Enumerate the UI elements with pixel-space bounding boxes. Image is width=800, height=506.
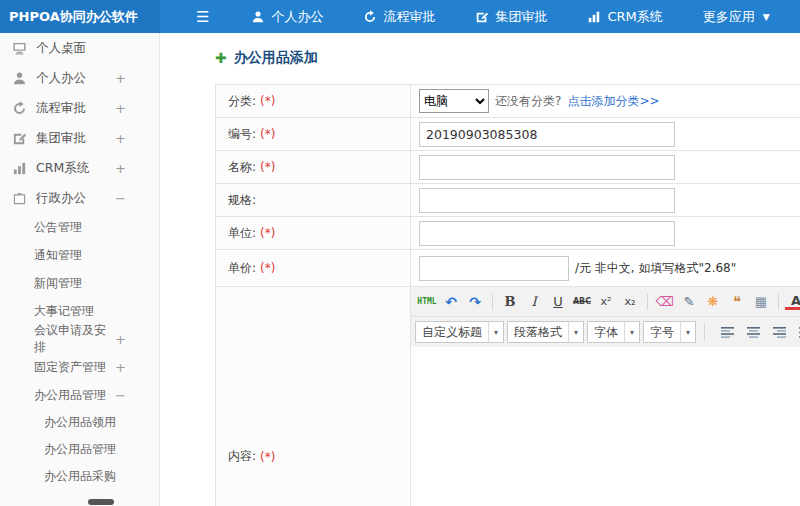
user-icon — [251, 10, 265, 24]
align-right-icon[interactable] — [768, 321, 790, 343]
nav-personal-office[interactable]: 个人办公 — [237, 0, 337, 33]
sidebar-item-label: 集团审批 — [36, 130, 86, 147]
caret-down-icon: ▼ — [763, 12, 770, 22]
nav-label: 流程审批 — [383, 8, 435, 26]
font-color-button[interactable]: A — [785, 294, 800, 310]
add-icon: ✚ — [215, 50, 227, 66]
html-source-button[interactable]: HTML — [416, 291, 438, 313]
horizontal-scrollbar-thumb[interactable] — [88, 499, 114, 505]
toolbar-separator — [778, 294, 779, 310]
sidebar-item-events-mgmt[interactable]: 大事记管理 — [0, 297, 159, 325]
expand-toggle[interactable]: + — [115, 161, 125, 176]
field-value — [411, 151, 800, 183]
field-label: 名称: (*) — [216, 151, 411, 183]
sidebar-item-fixed-assets[interactable]: 固定资产管理 + — [0, 353, 159, 381]
sidebar-item-label: 通知管理 — [34, 247, 82, 264]
sidebar-item-supplies-requisition[interactable]: 办公用品领用 — [0, 409, 159, 436]
align-left-icon[interactable] — [716, 321, 738, 343]
sidebar-item-supplies-manage[interactable]: 办公用品管理 — [0, 436, 159, 463]
bar-chart-icon — [587, 10, 601, 24]
font-size-select[interactable]: 字号 ▾ — [643, 321, 696, 343]
expand-toggle[interactable]: + — [115, 360, 125, 375]
sidebar-item-label: 会议申请及安排 — [34, 322, 115, 356]
editor-toolbar-row1: HTML ↶ ↷ B I U ABC x² x₂ ⌫ ✎ ❋ — [411, 287, 800, 317]
form-table: 分类: (*) 电脑 还没有分类? 点击添加分类>> 编号: (*) 名称 — [215, 84, 800, 506]
expand-toggle[interactable]: + — [115, 131, 125, 146]
collapse-toggle[interactable]: − — [115, 388, 125, 403]
nav-label: 个人办公 — [271, 8, 323, 26]
caret-down-icon: ▾ — [624, 322, 639, 342]
unit-input[interactable] — [419, 221, 675, 246]
nav-label: CRM系统 — [607, 8, 662, 26]
required-marker: (*) — [260, 160, 275, 174]
name-input[interactable] — [419, 155, 675, 180]
table-icon[interactable]: ▦ — [750, 291, 772, 313]
sidebar-item-desktop[interactable]: 个人桌面 — [0, 33, 159, 63]
required-marker: (*) — [260, 261, 275, 275]
sidebar-item-notice-mgmt[interactable]: 通知管理 — [0, 241, 159, 269]
sidebar-item-label: 固定资产管理 — [34, 359, 106, 376]
field-label: 规格: — [216, 184, 411, 216]
align-center-icon[interactable] — [742, 321, 764, 343]
sidebar-item-admin-office[interactable]: 行政办公 − — [0, 183, 159, 213]
remove-format-icon[interactable]: ⌫ — [654, 291, 676, 313]
label-text: 单位: — [228, 225, 256, 242]
category-select[interactable]: 电脑 — [419, 89, 489, 113]
sidebar-item-news-mgmt[interactable]: 新闻管理 — [0, 269, 159, 297]
sidebar-item-crm[interactable]: CRM系统 + — [0, 153, 159, 183]
required-marker: (*) — [260, 450, 275, 464]
bar-chart-icon — [12, 161, 27, 176]
form-row-spec: 规格: — [216, 184, 800, 217]
unordered-list-icon[interactable] — [794, 321, 800, 343]
nav-more-apps[interactable]: 更多应用 ▼ — [689, 0, 784, 33]
sidebar-item-meeting-request[interactable]: 会议申请及安排 + — [0, 325, 159, 353]
top-bar: PHPOA协同办公软件 ☰ 个人办公 流程审批 集团审批 CRM系统 更多应用 … — [0, 0, 800, 33]
price-input[interactable] — [419, 256, 569, 281]
field-value: HTML ↶ ↷ B I U ABC x² x₂ ⌫ ✎ ❋ — [411, 287, 800, 506]
quick-format-icon[interactable]: ❋ — [702, 291, 724, 313]
nav-crm-system[interactable]: CRM系统 — [573, 0, 676, 33]
underline-button[interactable]: U — [547, 291, 569, 313]
expand-toggle[interactable]: + — [115, 332, 125, 347]
collapse-toggle[interactable]: − — [115, 191, 125, 206]
subscript-button[interactable]: x₂ — [619, 291, 641, 313]
custom-heading-select[interactable]: 自定义标题 ▾ — [415, 321, 504, 343]
spec-input[interactable] — [419, 188, 675, 213]
code-input[interactable] — [419, 122, 675, 147]
editor-content-area[interactable] — [411, 347, 800, 506]
form-row-content: 内容: (*) HTML ↶ ↷ B I U ABC x² x₂ — [216, 287, 800, 506]
edit-icon — [475, 10, 489, 24]
sidebar-item-announcement-mgmt[interactable]: 公告管理 — [0, 213, 159, 241]
label-text: 分类: — [228, 93, 256, 110]
sidebar-item-process-approval[interactable]: 流程审批 + — [0, 93, 159, 123]
undo-icon[interactable]: ↶ — [440, 291, 462, 313]
sidebar-item-supplies-purchase[interactable]: 办公用品采购 — [0, 463, 159, 490]
nav-group-approval[interactable]: 集团审批 — [461, 0, 561, 33]
expand-toggle[interactable]: + — [115, 71, 125, 86]
add-category-link[interactable]: 点击添加分类>> — [567, 93, 659, 110]
form-row-unit: 单位: (*) — [216, 217, 800, 250]
redo-icon[interactable]: ↷ — [464, 291, 486, 313]
sidebar-item-label: 办公用品领用 — [44, 414, 116, 431]
font-family-select[interactable]: 字体 ▾ — [587, 321, 640, 343]
hamburger-menu-icon[interactable]: ☰ — [196, 8, 209, 26]
required-marker: (*) — [260, 226, 275, 240]
sidebar-item-office-supplies-mgmt[interactable]: 办公用品管理 − — [0, 381, 159, 409]
sidebar-item-label: 新闻管理 — [34, 275, 82, 292]
format-brush-icon[interactable]: ✎ — [678, 291, 700, 313]
field-label: 单位: (*) — [216, 217, 411, 249]
italic-button[interactable]: I — [523, 291, 545, 313]
superscript-button[interactable]: x² — [595, 291, 617, 313]
no-category-hint: 还没有分类? — [495, 93, 561, 110]
sidebar-item-personal-office[interactable]: 个人办公 + — [0, 63, 159, 93]
edit-icon — [12, 131, 27, 146]
paragraph-format-select[interactable]: 段落格式 ▾ — [507, 321, 584, 343]
strikethrough-button[interactable]: ABC — [571, 291, 593, 313]
expand-toggle[interactable]: + — [115, 101, 125, 116]
bold-button[interactable]: B — [499, 291, 521, 313]
sidebar-item-group-approval[interactable]: 集团审批 + — [0, 123, 159, 153]
blockquote-icon[interactable]: ❝ — [726, 291, 748, 313]
field-label: 编号: (*) — [216, 118, 411, 150]
caret-down-icon: ▾ — [568, 322, 583, 342]
nav-process-approval[interactable]: 流程审批 — [349, 0, 449, 33]
